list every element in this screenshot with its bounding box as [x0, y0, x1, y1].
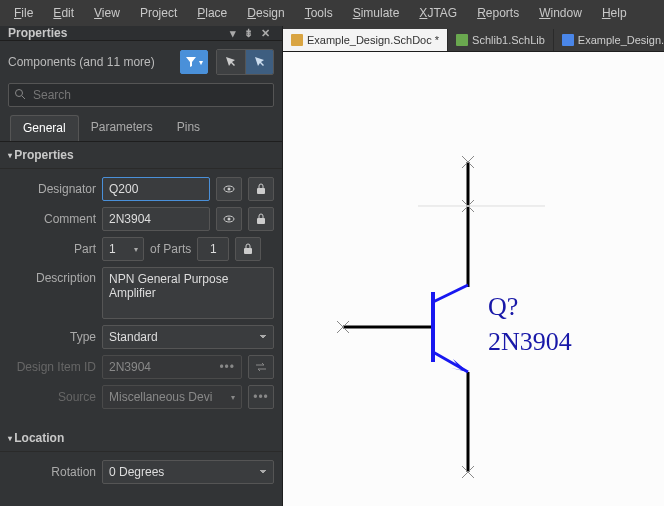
eye-icon: [223, 184, 235, 194]
menu-simulate[interactable]: Simulate: [343, 2, 410, 24]
select-mode-a[interactable]: [217, 50, 245, 74]
source-label: Source: [8, 390, 96, 404]
eye-icon: [223, 214, 235, 224]
description-label: Description: [8, 267, 96, 285]
panel-pin-icon[interactable]: ⇟: [240, 27, 257, 40]
description-row: Description: [8, 267, 274, 319]
design-item-row: Design Item ID 2N3904•••: [8, 355, 274, 379]
comment-input[interactable]: [102, 207, 210, 231]
section-links-header[interactable]: …: [0, 500, 282, 506]
tab-pins[interactable]: Pins: [165, 115, 212, 141]
source-select[interactable]: Miscellaneous Devi ▾: [102, 385, 242, 409]
svg-point-6: [228, 218, 231, 221]
svg-line-16: [433, 285, 468, 302]
panel-title-bar: Properties ▾ ⇟ ✕: [0, 26, 282, 41]
schematic-canvas[interactable]: Q? 2N3904: [283, 52, 664, 506]
lock-icon: [256, 183, 266, 195]
panel-close-icon[interactable]: ✕: [257, 27, 274, 40]
section-location-header[interactable]: Location: [0, 425, 282, 452]
part-label: Part: [8, 242, 96, 256]
svg-point-3: [228, 188, 231, 191]
svg-point-0: [16, 90, 23, 97]
menu-project[interactable]: Project: [130, 2, 187, 24]
menu-file[interactable]: File: [4, 2, 43, 24]
tab-parameters[interactable]: Parameters: [79, 115, 165, 141]
tab-general[interactable]: General: [10, 115, 79, 141]
panel-dropdown-icon[interactable]: ▾: [226, 27, 240, 40]
doc-tab-3[interactable]: Example_Design.P: [554, 29, 664, 51]
document-tabs: Example_Design.SchDoc * Schlib1.SchLib E…: [283, 26, 664, 52]
design-item-input[interactable]: 2N3904•••: [102, 355, 242, 379]
panel-title: Properties: [8, 26, 67, 40]
svg-rect-10: [456, 34, 468, 46]
design-item-swap-button[interactable]: [248, 355, 274, 379]
designator-label: Designator: [8, 182, 96, 196]
svg-line-1: [22, 96, 25, 99]
menu-view[interactable]: View: [84, 2, 130, 24]
type-select[interactable]: Standard: [102, 325, 274, 349]
svg-rect-4: [257, 188, 265, 194]
part-of-label: of Parts: [150, 242, 191, 256]
component-ref-label[interactable]: Q?: [488, 292, 518, 322]
part-lock-button[interactable]: [235, 237, 261, 261]
menu-window[interactable]: Window: [529, 2, 592, 24]
menu-reports[interactable]: Reports: [467, 2, 529, 24]
menu-design[interactable]: Design: [237, 2, 294, 24]
component-value-label[interactable]: 2N3904: [488, 327, 572, 357]
designator-visible-button[interactable]: [216, 177, 242, 201]
properties-panel: Properties ▾ ⇟ ✕ Components (and 11 more…: [0, 26, 283, 506]
property-tabs: General Parameters Pins: [0, 115, 282, 142]
comment-label: Comment: [8, 212, 96, 226]
designator-row: Designator: [8, 177, 274, 201]
design-item-label: Design Item ID: [8, 360, 96, 374]
menu-help[interactable]: Help: [592, 2, 637, 24]
comment-lock-button[interactable]: [248, 207, 274, 231]
cursor-icon: [225, 56, 237, 68]
schdoc-icon: [291, 34, 303, 46]
type-row: Type Standard: [8, 325, 274, 349]
search-input[interactable]: [8, 83, 274, 107]
section-properties-body: Designator Comment P: [0, 169, 282, 425]
source-more-button[interactable]: •••: [248, 385, 274, 409]
editor-area: Example_Design.SchDoc * Schlib1.SchLib E…: [283, 26, 664, 506]
filter-summary: Components (and 11 more): [8, 55, 172, 69]
section-location-body: Rotation 0 Degrees: [0, 452, 282, 500]
menu-edit[interactable]: Edit: [43, 2, 84, 24]
part-select[interactable]: 1: [102, 237, 144, 261]
lock-icon: [256, 213, 266, 225]
swap-icon: [255, 362, 267, 372]
filter-row: Components (and 11 more) ▾: [0, 41, 282, 81]
funnel-button[interactable]: ▾: [180, 50, 208, 74]
select-mode-b[interactable]: [245, 50, 273, 74]
search-row: [0, 81, 282, 115]
search-icon: [14, 88, 26, 103]
component-symbol[interactable]: Q? 2N3904: [333, 152, 613, 475]
part-total: 1: [197, 237, 229, 261]
comment-row: Comment: [8, 207, 274, 231]
workarea: Properties ▾ ⇟ ✕ Components (and 11 more…: [0, 26, 664, 506]
menu-place[interactable]: Place: [187, 2, 237, 24]
svg-rect-9: [291, 34, 303, 46]
doc-tab-2[interactable]: Schlib1.SchLib: [448, 29, 554, 51]
menu-xjtag[interactable]: XJTAG: [409, 2, 467, 24]
menu-tools[interactable]: Tools: [295, 2, 343, 24]
doc-tab-1[interactable]: Example_Design.SchDoc *: [283, 29, 448, 51]
designator-input[interactable]: [102, 177, 210, 201]
rotation-select[interactable]: 0 Degrees: [102, 460, 274, 484]
type-label: Type: [8, 330, 96, 344]
schlib-icon: [456, 34, 468, 46]
source-row: Source Miscellaneous Devi ▾ •••: [8, 385, 274, 409]
svg-rect-11: [562, 34, 574, 46]
description-input[interactable]: [102, 267, 274, 319]
lock-icon: [243, 243, 253, 255]
svg-marker-18: [451, 359, 468, 372]
section-properties-header[interactable]: Properties: [0, 142, 282, 169]
svg-rect-8: [244, 248, 252, 254]
comment-visible-button[interactable]: [216, 207, 242, 231]
cursor-plus-icon: [254, 56, 266, 68]
designator-lock-button[interactable]: [248, 177, 274, 201]
part-row: Part 1 of Parts 1: [8, 237, 274, 261]
rotation-label: Rotation: [8, 465, 96, 479]
svg-rect-7: [257, 218, 265, 224]
menubar: File Edit View Project Place Design Tool…: [0, 0, 664, 26]
